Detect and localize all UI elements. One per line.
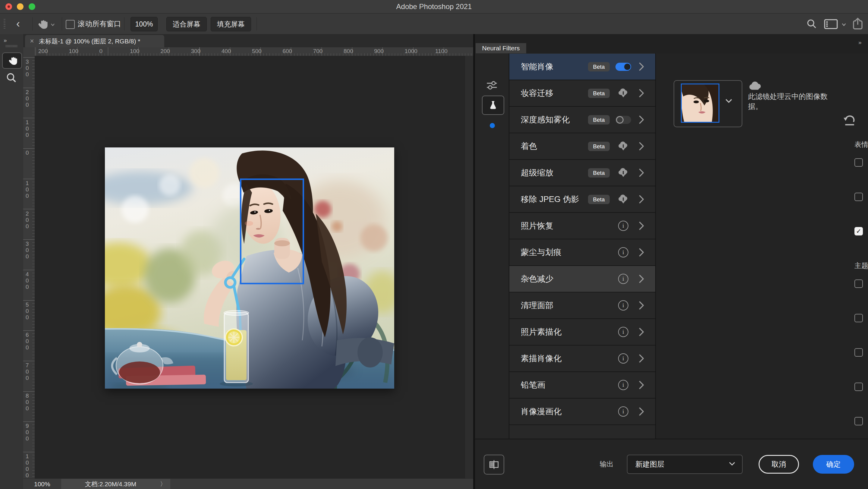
reset-icon[interactable] <box>843 114 855 127</box>
ruler-label: 200 <box>160 48 170 55</box>
expand-panel-icon[interactable]: » <box>4 37 7 44</box>
slider-checkbox[interactable] <box>855 314 863 322</box>
ruler-label: 3 0 0 <box>26 59 33 78</box>
tab-neural-filters[interactable]: Neural Filters <box>475 43 526 53</box>
chevron-right-icon <box>637 239 646 265</box>
slider-checkbox[interactable] <box>855 383 863 391</box>
canvas-scrollbar-track[interactable] <box>465 56 473 479</box>
info-icon[interactable]: i <box>615 399 631 425</box>
info-icon[interactable]: i <box>618 247 628 257</box>
chevron-right-icon <box>637 319 646 345</box>
chevron-right-icon <box>637 293 646 318</box>
panel-mini-toolbar <box>475 53 509 439</box>
toggle-switch[interactable] <box>615 63 631 71</box>
ruler-label: 6 0 0 <box>26 332 33 350</box>
back-arrow-button[interactable]: ‹ <box>13 18 24 30</box>
share-icon[interactable] <box>852 18 864 30</box>
collapse-panel-icon[interactable]: » <box>858 39 862 46</box>
download-cloud-icon[interactable] <box>615 133 631 159</box>
title-bar: Adobe Photoshop 2021 <box>0 0 868 13</box>
filter-row[interactable]: 超级缩放Beta <box>509 160 655 186</box>
ruler-label: 2 0 0 <box>26 210 33 230</box>
fill-screen-button[interactable]: 填充屏幕 <box>211 17 251 31</box>
slider-checkbox[interactable] <box>855 279 863 288</box>
zoom-tool-button[interactable] <box>4 71 19 85</box>
filter-row[interactable]: 照片恢复i <box>509 213 655 239</box>
filter-row[interactable]: 蒙尘与划痕i <box>509 239 655 266</box>
filter-row[interactable]: 清理面部i <box>509 293 655 319</box>
info-icon[interactable]: i <box>615 372 631 398</box>
info-icon[interactable]: i <box>615 319 631 345</box>
filter-toggle[interactable] <box>615 54 631 80</box>
filter-row[interactable]: 照片素描化i <box>509 319 655 345</box>
chevron-right-icon[interactable]: 〉 <box>160 480 166 488</box>
cancel-button[interactable]: 取消 <box>758 455 799 473</box>
workspace-icon[interactable] <box>824 19 838 30</box>
filter-name: 杂色减少 <box>521 266 553 292</box>
ok-button[interactable]: 确定 <box>813 455 854 473</box>
download-cloud-icon[interactable] <box>615 186 631 212</box>
document-tab[interactable]: × 未标题-1 @ 100% (图层 2, RGB/8) * <box>25 35 164 47</box>
info-icon[interactable]: i <box>618 221 628 231</box>
filter-row[interactable]: 素描肖像化i <box>509 345 655 372</box>
slider-checkbox[interactable] <box>855 193 863 201</box>
face-detection-box[interactable] <box>240 179 304 284</box>
ruler-label: 600 <box>282 48 292 55</box>
filter-row[interactable]: 肖像漫画化i <box>509 399 655 425</box>
ruler-label: 0 <box>26 150 33 156</box>
chevron-right-icon <box>637 80 646 106</box>
info-icon[interactable]: i <box>618 406 628 417</box>
info-icon[interactable]: i <box>615 239 631 265</box>
preview-split-button[interactable] <box>484 455 504 475</box>
filter-row[interactable]: 深度感知雾化Beta <box>509 107 655 133</box>
status-zoom-level[interactable]: 100% <box>34 479 50 489</box>
info-icon[interactable]: i <box>615 345 631 371</box>
filter-row[interactable]: 妆容迁移Beta <box>509 80 655 107</box>
info-icon[interactable]: i <box>618 274 628 284</box>
download-cloud-icon[interactable] <box>615 160 631 186</box>
section-title: 主题 <box>855 261 868 270</box>
info-icon[interactable]: i <box>618 380 628 390</box>
document-size-chip[interactable]: 文档:2.20M/4.39M 〉 <box>61 479 170 489</box>
filter-row[interactable]: 智能肖像Beta <box>509 54 655 80</box>
hand-tool-button[interactable] <box>2 53 22 69</box>
filter-name: 铅笔画 <box>521 372 545 398</box>
tool-strip: » <box>0 34 24 489</box>
section-title: 表情 <box>855 140 868 149</box>
chevron-down-icon[interactable] <box>725 99 733 104</box>
slider-checkbox[interactable] <box>855 417 863 425</box>
info-icon[interactable]: i <box>615 293 631 318</box>
scroll-all-windows-checkbox[interactable] <box>66 20 75 29</box>
document-size-text: 文档:2.20M/4.39M <box>61 480 160 488</box>
chevron-down-icon[interactable] <box>51 22 55 26</box>
slider-checkbox[interactable]: ✓ <box>855 227 863 236</box>
chevron-down-icon[interactable] <box>841 22 846 27</box>
hand-icon[interactable] <box>36 19 48 30</box>
filter-row[interactable]: 铅笔画i <box>509 372 655 399</box>
filter-toggle[interactable] <box>615 107 631 133</box>
zoom-100-button[interactable]: 100% <box>130 17 158 31</box>
all-filters-icon[interactable] <box>485 79 498 93</box>
ruler-label: 200 <box>38 48 48 55</box>
face-thumbnail[interactable] <box>681 84 719 123</box>
fit-screen-button[interactable]: 适合屏幕 <box>166 17 207 31</box>
slider-checkbox[interactable] <box>855 348 863 357</box>
slider-header-row: ✓愤怒30 <box>855 227 868 236</box>
info-icon[interactable]: i <box>618 327 628 337</box>
info-icon[interactable]: i <box>615 266 631 292</box>
window-title: Adobe Photoshop 2021 <box>0 0 868 13</box>
beta-filters-button[interactable] <box>482 96 504 115</box>
info-icon[interactable]: i <box>618 300 628 310</box>
search-icon[interactable] <box>807 19 817 29</box>
info-icon[interactable]: i <box>615 213 631 239</box>
filter-row[interactable]: 移除 JPEG 伪影Beta <box>509 186 655 213</box>
slider-checkbox[interactable] <box>855 158 863 167</box>
toggle-switch[interactable] <box>615 116 631 124</box>
filter-row[interactable]: 着色Beta <box>509 133 655 160</box>
filter-row[interactable]: 杂色减少i <box>509 266 655 293</box>
download-cloud-icon[interactable] <box>615 80 631 106</box>
ruler-label: 400 <box>221 48 231 55</box>
info-icon[interactable]: i <box>618 353 628 364</box>
output-select[interactable]: 新建图层 <box>627 455 743 474</box>
close-tab-icon[interactable]: × <box>25 37 39 45</box>
